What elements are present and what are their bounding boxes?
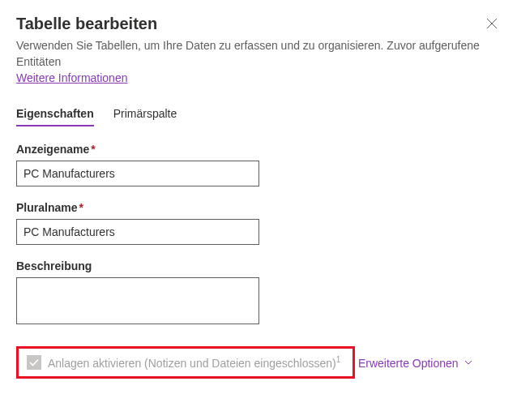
tab-primary-column[interactable]: Primärspalte (113, 102, 177, 126)
required-marker: * (91, 143, 95, 156)
tab-bar: Eigenschaften Primärspalte (16, 102, 501, 126)
close-icon (486, 18, 498, 29)
attachments-checkbox-row: Anlagen aktivieren (Notizen und Dateien … (27, 355, 340, 370)
chevron-down-icon (464, 357, 473, 370)
description-label: Beschreibung (16, 259, 501, 272)
plural-name-input[interactable] (16, 219, 259, 245)
display-name-label-text: Anzeigename (16, 143, 89, 156)
advanced-options-label: Erweiterte Optionen (358, 357, 459, 370)
attachments-checkbox (27, 355, 41, 370)
checkmark-icon (29, 358, 39, 367)
attachments-footnote: 1 (336, 355, 341, 364)
required-marker: * (79, 201, 83, 214)
attachments-checkbox-text: Anlagen aktivieren (Notizen und Dateien … (48, 357, 336, 370)
plural-name-label-text: Pluralname (16, 201, 77, 214)
display-name-input[interactable] (16, 161, 259, 186)
description-input[interactable] (16, 277, 259, 324)
plural-name-label: Pluralname* (16, 201, 501, 214)
display-name-label: Anzeigename* (16, 143, 501, 156)
panel-subtitle: Verwenden Sie Tabellen, um Ihre Daten zu… (16, 38, 501, 70)
attachments-checkbox-label: Anlagen aktivieren (Notizen und Dateien … (48, 355, 340, 370)
advanced-options-toggle[interactable]: Erweiterte Optionen (358, 357, 473, 370)
panel-title: Tabelle bearbeiten (16, 15, 157, 33)
attachments-highlight: Anlagen aktivieren (Notizen und Dateien … (16, 346, 355, 379)
tab-properties[interactable]: Eigenschaften (16, 102, 94, 126)
close-button[interactable] (483, 15, 501, 35)
more-info-link[interactable]: Weitere Informationen (16, 71, 127, 84)
